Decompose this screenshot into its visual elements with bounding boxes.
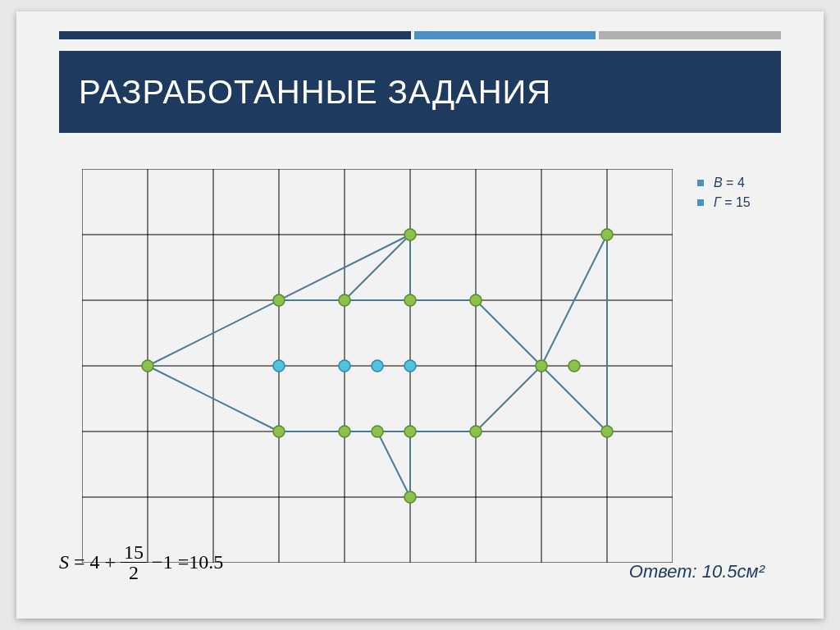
formula-plus: +: [105, 551, 116, 573]
svg-point-39: [339, 426, 350, 437]
slide: РАЗРАБОТАННЫЕ ЗАДАНИЯ В = 4 Г = 15 S = 4…: [16, 11, 824, 619]
legend-B-eq: =: [723, 176, 737, 190]
accent-bars: [59, 31, 781, 39]
formula-num: 15: [121, 542, 147, 563]
legend-item-G: Г = 15: [697, 195, 751, 210]
slide-title: РАЗРАБОТАННЫЕ ЗАДАНИЯ: [79, 74, 551, 111]
formula-minus: −: [152, 551, 163, 573]
legend-item-B: В = 4: [697, 176, 751, 190]
formula-result: 10.5: [189, 551, 223, 573]
legend-B-label: В: [714, 176, 723, 190]
svg-point-40: [372, 426, 383, 437]
svg-line-29: [476, 300, 541, 366]
svg-point-45: [470, 294, 482, 306]
formula-a: 4: [90, 551, 100, 573]
accent-bar-grey: [599, 31, 781, 39]
svg-point-37: [273, 426, 285, 437]
svg-line-25: [476, 366, 541, 431]
accent-bar-blue: [414, 31, 596, 39]
legend-B-value: 4: [737, 176, 745, 190]
svg-point-41: [404, 229, 416, 240]
svg-point-53: [372, 360, 383, 372]
formula-den: 2: [126, 563, 142, 582]
svg-line-26: [541, 366, 607, 431]
svg-point-46: [470, 426, 482, 437]
formula: S = 4 + 15 2 − 1 = 10.5: [59, 542, 223, 582]
legend-G-value: 15: [736, 195, 751, 210]
accent-bar-dark: [59, 31, 411, 39]
svg-point-38: [339, 294, 350, 306]
svg-point-52: [339, 360, 350, 372]
svg-point-50: [601, 426, 613, 437]
grid-figure: [82, 169, 673, 566]
svg-line-32: [345, 235, 410, 300]
svg-point-51: [273, 360, 285, 372]
svg-point-35: [142, 360, 153, 372]
svg-point-48: [568, 360, 580, 372]
answer-text: Ответ: 10.5см²: [629, 561, 765, 582]
formula-fraction: 15 2: [121, 542, 147, 582]
svg-line-21: [377, 431, 410, 497]
svg-point-36: [273, 294, 285, 306]
legend-G-eq: =: [721, 195, 736, 210]
svg-point-49: [601, 229, 613, 240]
svg-point-43: [404, 426, 416, 437]
title-box: РАЗРАБОТАННЫЕ ЗАДАНИЯ: [59, 51, 781, 133]
svg-point-44: [404, 491, 416, 503]
legend: В = 4 Г = 15: [697, 176, 751, 215]
bullet-icon: [697, 199, 704, 206]
formula-S: S: [59, 551, 69, 573]
svg-point-54: [404, 360, 416, 372]
grid-svg: [82, 169, 673, 563]
bullet-icon: [697, 180, 704, 186]
svg-point-47: [536, 360, 547, 372]
legend-G-label: Г: [714, 195, 721, 210]
formula-one: 1: [163, 551, 173, 573]
svg-point-42: [404, 294, 416, 306]
